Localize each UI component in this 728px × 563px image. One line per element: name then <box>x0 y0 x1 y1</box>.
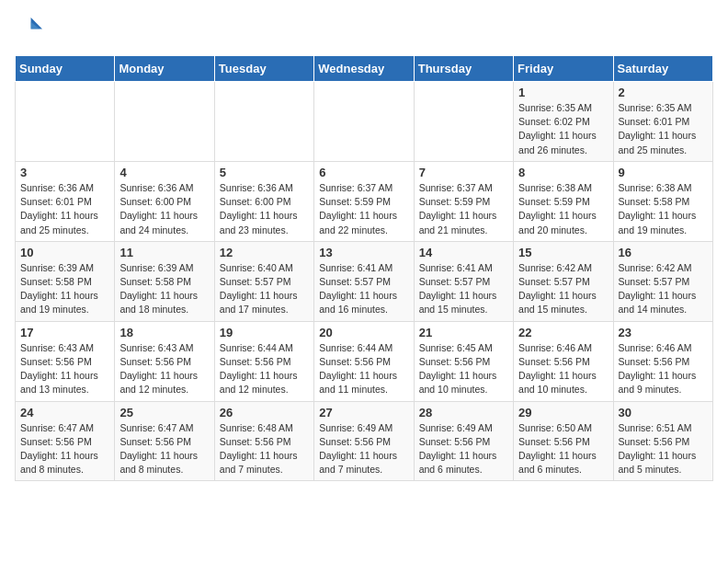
day-info: Sunrise: 6:35 AM Sunset: 6:01 PM Dayligh… <box>619 101 708 157</box>
calendar-cell: 23Sunrise: 6:46 AM Sunset: 5:56 PM Dayli… <box>613 321 712 401</box>
day-info: Sunrise: 6:46 AM Sunset: 5:56 PM Dayligh… <box>619 341 708 397</box>
calendar: SundayMondayTuesdayWednesdayThursdayFrid… <box>15 55 713 481</box>
calendar-week-4: 17Sunrise: 6:43 AM Sunset: 5:56 PM Dayli… <box>16 321 713 401</box>
day-info: Sunrise: 6:42 AM Sunset: 5:57 PM Dayligh… <box>518 261 608 317</box>
day-info: Sunrise: 6:45 AM Sunset: 5:56 PM Dayligh… <box>419 341 508 397</box>
calendar-cell: 16Sunrise: 6:42 AM Sunset: 5:57 PM Dayli… <box>613 241 712 321</box>
day-number: 11 <box>119 246 209 259</box>
day-info: Sunrise: 6:35 AM Sunset: 6:02 PM Dayligh… <box>518 101 608 157</box>
weekday-row: SundayMondayTuesdayWednesdayThursdayFrid… <box>16 56 713 82</box>
day-info: Sunrise: 6:39 AM Sunset: 5:58 PM Dayligh… <box>119 261 209 317</box>
day-info: Sunrise: 6:46 AM Sunset: 5:56 PM Dayligh… <box>518 341 608 397</box>
calendar-cell: 21Sunrise: 6:45 AM Sunset: 5:56 PM Dayli… <box>414 321 513 401</box>
day-number: 20 <box>319 326 408 339</box>
day-number: 15 <box>518 246 608 259</box>
day-number: 19 <box>220 326 309 339</box>
calendar-cell <box>214 82 313 162</box>
calendar-cell: 27Sunrise: 6:49 AM Sunset: 5:56 PM Dayli… <box>314 401 414 481</box>
day-info: Sunrise: 6:40 AM Sunset: 5:57 PM Dayligh… <box>220 261 309 317</box>
day-number: 1 <box>518 86 608 99</box>
day-number: 24 <box>20 406 109 419</box>
weekday-header-saturday: Saturday <box>613 56 712 82</box>
calendar-cell: 4Sunrise: 6:36 AM Sunset: 6:00 PM Daylig… <box>115 161 214 241</box>
day-info: Sunrise: 6:43 AM Sunset: 5:56 PM Dayligh… <box>20 341 109 397</box>
day-number: 10 <box>20 246 109 259</box>
day-number: 28 <box>419 406 508 419</box>
day-info: Sunrise: 6:50 AM Sunset: 5:56 PM Dayligh… <box>518 421 608 477</box>
header <box>15 15 713 44</box>
day-info: Sunrise: 6:48 AM Sunset: 5:56 PM Dayligh… <box>220 421 309 477</box>
day-number: 2 <box>619 86 708 99</box>
calendar-cell: 12Sunrise: 6:40 AM Sunset: 5:57 PM Dayli… <box>214 241 313 321</box>
calendar-cell: 14Sunrise: 6:41 AM Sunset: 5:57 PM Dayli… <box>414 241 513 321</box>
calendar-cell: 3Sunrise: 6:36 AM Sunset: 6:01 PM Daylig… <box>16 161 115 241</box>
calendar-cell: 28Sunrise: 6:49 AM Sunset: 5:56 PM Dayli… <box>414 401 513 481</box>
calendar-cell: 30Sunrise: 6:51 AM Sunset: 5:56 PM Dayli… <box>613 401 712 481</box>
day-info: Sunrise: 6:41 AM Sunset: 5:57 PM Dayligh… <box>319 261 408 317</box>
weekday-header-monday: Monday <box>115 56 214 82</box>
day-number: 17 <box>20 326 109 339</box>
day-info: Sunrise: 6:49 AM Sunset: 5:56 PM Dayligh… <box>419 421 508 477</box>
calendar-cell: 9Sunrise: 6:38 AM Sunset: 5:58 PM Daylig… <box>613 161 712 241</box>
day-number: 12 <box>220 246 309 259</box>
day-number: 23 <box>619 326 708 339</box>
calendar-cell <box>16 82 115 162</box>
calendar-cell: 6Sunrise: 6:37 AM Sunset: 5:59 PM Daylig… <box>314 161 414 241</box>
day-number: 16 <box>619 246 708 259</box>
day-info: Sunrise: 6:47 AM Sunset: 5:56 PM Dayligh… <box>119 421 209 477</box>
day-info: Sunrise: 6:36 AM Sunset: 6:00 PM Dayligh… <box>119 181 209 237</box>
day-number: 5 <box>220 166 309 179</box>
day-info: Sunrise: 6:39 AM Sunset: 5:58 PM Dayligh… <box>20 261 109 317</box>
day-number: 9 <box>619 166 708 179</box>
day-info: Sunrise: 6:47 AM Sunset: 5:56 PM Dayligh… <box>20 421 109 477</box>
day-info: Sunrise: 6:38 AM Sunset: 5:59 PM Dayligh… <box>518 181 608 237</box>
day-info: Sunrise: 6:49 AM Sunset: 5:56 PM Dayligh… <box>319 421 408 477</box>
calendar-cell: 13Sunrise: 6:41 AM Sunset: 5:57 PM Dayli… <box>314 241 414 321</box>
day-info: Sunrise: 6:44 AM Sunset: 5:56 PM Dayligh… <box>220 341 309 397</box>
calendar-cell: 1Sunrise: 6:35 AM Sunset: 6:02 PM Daylig… <box>514 82 613 162</box>
calendar-week-2: 3Sunrise: 6:36 AM Sunset: 6:01 PM Daylig… <box>16 161 713 241</box>
day-number: 14 <box>419 246 508 259</box>
day-info: Sunrise: 6:37 AM Sunset: 5:59 PM Dayligh… <box>419 181 508 237</box>
weekday-header-friday: Friday <box>514 56 613 82</box>
calendar-week-5: 24Sunrise: 6:47 AM Sunset: 5:56 PM Dayli… <box>16 401 713 481</box>
calendar-cell <box>115 82 214 162</box>
day-info: Sunrise: 6:36 AM Sunset: 6:01 PM Dayligh… <box>20 181 109 237</box>
calendar-cell: 18Sunrise: 6:43 AM Sunset: 5:56 PM Dayli… <box>115 321 214 401</box>
weekday-header-sunday: Sunday <box>16 56 115 82</box>
day-info: Sunrise: 6:43 AM Sunset: 5:56 PM Dayligh… <box>119 341 209 397</box>
day-number: 4 <box>119 166 209 179</box>
logo-icon <box>17 15 42 40</box>
calendar-cell: 17Sunrise: 6:43 AM Sunset: 5:56 PM Dayli… <box>16 321 115 401</box>
calendar-cell <box>414 82 513 162</box>
calendar-cell: 10Sunrise: 6:39 AM Sunset: 5:58 PM Dayli… <box>16 241 115 321</box>
calendar-cell: 19Sunrise: 6:44 AM Sunset: 5:56 PM Dayli… <box>214 321 313 401</box>
calendar-cell <box>314 82 414 162</box>
day-number: 22 <box>518 326 608 339</box>
weekday-header-tuesday: Tuesday <box>214 56 313 82</box>
calendar-cell: 7Sunrise: 6:37 AM Sunset: 5:59 PM Daylig… <box>414 161 513 241</box>
day-number: 3 <box>20 166 109 179</box>
calendar-cell: 5Sunrise: 6:36 AM Sunset: 6:00 PM Daylig… <box>214 161 313 241</box>
day-number: 8 <box>518 166 608 179</box>
calendar-cell: 22Sunrise: 6:46 AM Sunset: 5:56 PM Dayli… <box>514 321 613 401</box>
calendar-week-1: 1Sunrise: 6:35 AM Sunset: 6:02 PM Daylig… <box>16 82 713 162</box>
calendar-cell: 15Sunrise: 6:42 AM Sunset: 5:57 PM Dayli… <box>514 241 613 321</box>
calendar-cell: 8Sunrise: 6:38 AM Sunset: 5:59 PM Daylig… <box>514 161 613 241</box>
day-info: Sunrise: 6:36 AM Sunset: 6:00 PM Dayligh… <box>220 181 309 237</box>
calendar-cell: 24Sunrise: 6:47 AM Sunset: 5:56 PM Dayli… <box>16 401 115 481</box>
calendar-body: 1Sunrise: 6:35 AM Sunset: 6:02 PM Daylig… <box>16 82 713 481</box>
day-number: 18 <box>119 326 209 339</box>
day-number: 29 <box>518 406 608 419</box>
logo <box>15 15 42 44</box>
calendar-cell: 29Sunrise: 6:50 AM Sunset: 5:56 PM Dayli… <box>514 401 613 481</box>
day-number: 27 <box>319 406 408 419</box>
calendar-cell: 25Sunrise: 6:47 AM Sunset: 5:56 PM Dayli… <box>115 401 214 481</box>
day-info: Sunrise: 6:44 AM Sunset: 5:56 PM Dayligh… <box>319 341 408 397</box>
page: SundayMondayTuesdayWednesdayThursdayFrid… <box>0 0 728 496</box>
day-info: Sunrise: 6:37 AM Sunset: 5:59 PM Dayligh… <box>319 181 408 237</box>
day-number: 21 <box>419 326 508 339</box>
day-number: 13 <box>319 246 408 259</box>
calendar-week-3: 10Sunrise: 6:39 AM Sunset: 5:58 PM Dayli… <box>16 241 713 321</box>
day-number: 26 <box>220 406 309 419</box>
